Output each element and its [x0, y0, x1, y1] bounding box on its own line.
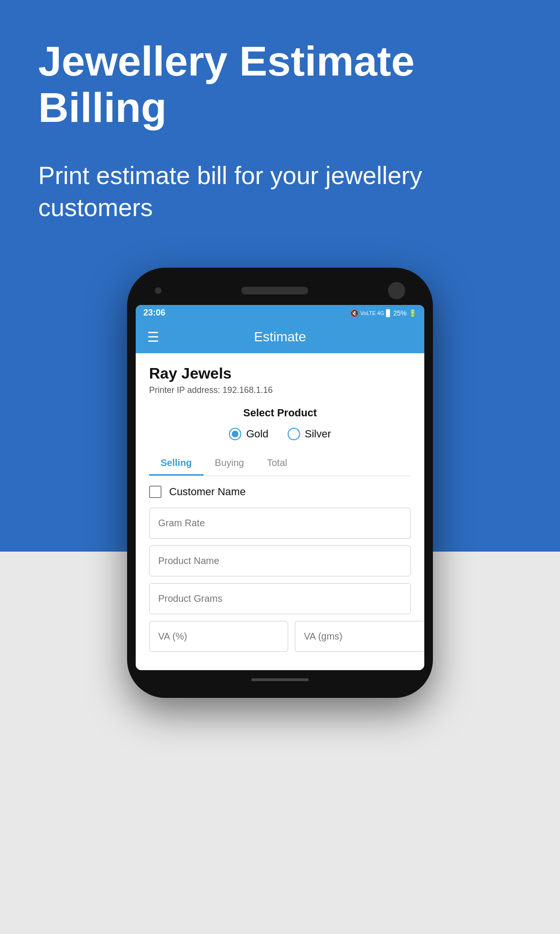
tab-selling[interactable]: Selling	[149, 452, 204, 476]
product-name-input[interactable]	[149, 545, 411, 576]
customer-name-label: Customer Name	[169, 486, 246, 498]
app-bar-title: Estimate	[254, 329, 306, 345]
radio-gold-circle[interactable]	[229, 428, 241, 440]
radio-gold[interactable]: Gold	[229, 428, 268, 440]
gram-rate-input[interactable]	[149, 508, 411, 539]
radio-silver-circle[interactable]	[288, 428, 300, 440]
home-indicator	[251, 678, 309, 681]
phone-speaker	[241, 287, 308, 294]
status-bar: 23:06 🔇 VoLTE 4G ▊ 25% 🔋	[136, 305, 424, 321]
va-percent-input[interactable]	[149, 621, 288, 652]
hero-section: Jewellery Estimate Billing Print estimat…	[0, 0, 560, 282]
app-subtitle: Print estimate bill for your jewellery c…	[38, 160, 522, 224]
customer-name-checkbox[interactable]	[149, 486, 162, 498]
phone-camera-left	[155, 287, 162, 294]
phone-camera-right	[388, 282, 405, 299]
tab-bar: Selling Buying Total	[149, 452, 411, 476]
status-signal-icon: 🔇	[350, 309, 358, 317]
printer-info: Printer IP address: 192.168.1.16	[149, 385, 411, 395]
radio-silver-label: Silver	[305, 428, 331, 440]
phone-top-bar	[136, 276, 424, 305]
radio-silver[interactable]: Silver	[288, 428, 331, 440]
product-grams-input[interactable]	[149, 583, 411, 614]
app-bar: ☰ Estimate	[136, 321, 424, 353]
radio-gold-label: Gold	[246, 428, 268, 440]
va-input-row	[149, 621, 411, 652]
radio-group: Gold Silver	[149, 428, 411, 440]
status-battery-icon: 🔋	[409, 309, 417, 317]
customer-name-row: Customer Name	[149, 486, 411, 498]
app-content: Ray Jewels Printer IP address: 192.168.1…	[136, 353, 424, 670]
tab-buying[interactable]: Buying	[204, 452, 256, 476]
phone-bottom-bar	[136, 670, 424, 689]
phone-outer: 23:06 🔇 VoLTE 4G ▊ 25% 🔋 ☰ Estimate Ray …	[127, 268, 433, 698]
tab-total[interactable]: Total	[256, 452, 299, 476]
status-battery-text: 25%	[393, 309, 407, 317]
status-time: 23:06	[143, 308, 165, 318]
va-gms-input[interactable]	[295, 621, 424, 652]
phone-mockup: 23:06 🔇 VoLTE 4G ▊ 25% 🔋 ☰ Estimate Ray …	[127, 268, 433, 698]
select-product-title: Select Product	[149, 407, 411, 419]
menu-icon[interactable]: ☰	[147, 329, 159, 345]
phone-screen: 23:06 🔇 VoLTE 4G ▊ 25% 🔋 ☰ Estimate Ray …	[136, 305, 424, 670]
status-icons: 🔇 VoLTE 4G ▊ 25% 🔋	[350, 309, 417, 317]
status-wifi-icon: ▊	[386, 309, 391, 317]
status-lte-icon: VoLTE 4G	[360, 310, 384, 316]
app-title: Jewellery Estimate Billing	[38, 38, 522, 131]
shop-name: Ray Jewels	[149, 365, 411, 382]
